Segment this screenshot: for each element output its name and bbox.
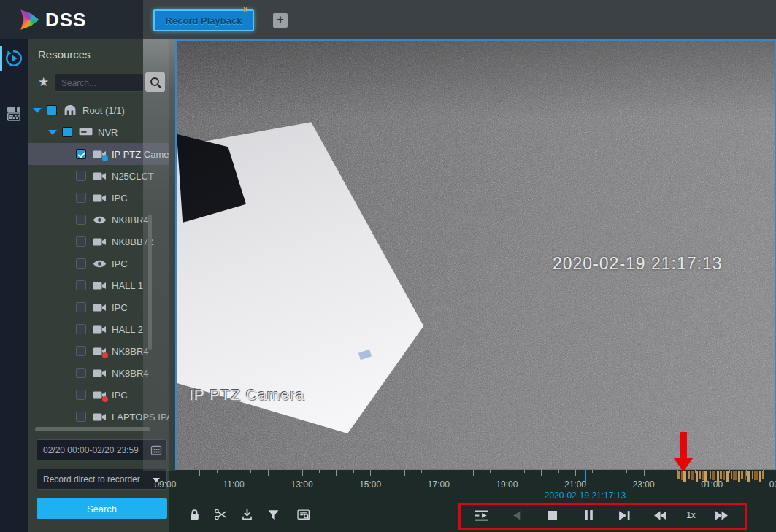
pause-icon[interactable]: [579, 507, 598, 523]
tree-checkbox[interactable]: [76, 149, 86, 159]
tree-label: Root (1/1): [82, 105, 125, 116]
playback-timeline[interactable]: 2020-02-19 21:17:13 09:0011:0013:0015:00…: [175, 470, 776, 498]
tree-checkbox[interactable]: [76, 193, 86, 203]
tree-row[interactable]: IP PTZ Camera: [28, 143, 169, 165]
playhead-time-label: 2020-02-19 21:17:13: [526, 490, 643, 501]
calendar-icon[interactable]: [150, 444, 162, 458]
timeline-tick: [302, 470, 303, 476]
timeline-tick: [592, 470, 593, 473]
caret-down-icon[interactable]: [48, 130, 57, 135]
tree-vertical-scrollbar[interactable]: [148, 215, 152, 350]
nvr-icon: [79, 127, 93, 138]
tree-checkbox[interactable]: [76, 302, 86, 312]
download-icon[interactable]: [239, 507, 254, 522]
tree-label: IPC: [112, 390, 128, 401]
search-icon[interactable]: [145, 72, 165, 92]
camera-icon: [93, 193, 107, 204]
logo-text: DSS: [45, 9, 86, 31]
camera-icon: [93, 302, 107, 313]
nav-rail: [0, 39, 28, 532]
tree-row[interactable]: Root (1/1): [28, 99, 169, 121]
osd-camera-name: IP PTZ Camera: [189, 386, 304, 404]
rewind-icon[interactable]: [650, 507, 669, 523]
lock-icon[interactable]: [187, 507, 201, 522]
sync-playback-icon[interactable]: [472, 507, 491, 523]
tree-checkbox[interactable]: [76, 368, 86, 378]
timeline-tick: [473, 470, 474, 476]
resources-panel: Resources ★ Root (1/1)NVRIP PTZ CameraN2…: [28, 39, 169, 532]
timeline-tick: [558, 470, 559, 473]
playback-controls: 1x: [466, 503, 737, 528]
tree-checkbox[interactable]: [76, 390, 86, 400]
date-range-value: 02/20 00:00-02/20 23:59: [43, 445, 139, 455]
fast-forward-icon[interactable]: [712, 507, 731, 523]
filter-icon[interactable]: [266, 507, 280, 522]
tree-label: LAPTOPS IPA: [112, 412, 169, 423]
recording-segment: [704, 471, 707, 482]
add-tab-button[interactable]: +: [273, 13, 288, 28]
logo-zone: DSS: [0, 0, 143, 39]
timeline-playhead[interactable]: [585, 469, 586, 483]
stop-icon[interactable]: [543, 507, 562, 523]
timeline-tick: [370, 470, 371, 476]
next-frame-icon[interactable]: [615, 507, 634, 523]
favorites-star-icon[interactable]: ★: [38, 76, 49, 88]
nav-video-wall-icon[interactable]: [0, 99, 28, 128]
date-range-field[interactable]: 02/20 00:00-02/20 23:59: [37, 439, 167, 460]
search-input[interactable]: [55, 74, 144, 92]
tree-checkbox[interactable]: [76, 171, 86, 181]
tree-checkbox[interactable]: [62, 127, 72, 137]
tree-row[interactable]: IPC: [28, 187, 169, 209]
tree-checkbox[interactable]: [76, 412, 86, 422]
tree-label: IPC: [112, 193, 128, 204]
dss-logo-icon: [19, 9, 41, 31]
camera-icon: [93, 368, 107, 379]
tree-checkbox[interactable]: [47, 105, 57, 115]
camera-play-icon: [93, 149, 107, 160]
search-button[interactable]: Search: [37, 498, 167, 519]
eye-icon: [93, 215, 107, 225]
camera-off-icon: [93, 390, 107, 401]
recording-segment: [726, 471, 729, 482]
tree-row[interactable]: NK8BR4: [28, 362, 169, 384]
tree-checkbox[interactable]: [76, 346, 86, 356]
tree-row[interactable]: NVR: [28, 121, 169, 143]
eye-icon: [93, 258, 107, 269]
timeline-tick: [729, 470, 730, 473]
tree-row[interactable]: IPC: [28, 384, 169, 406]
tree-label: NVR: [98, 127, 118, 138]
osd-timestamp: 2020-02-19 21:17:13: [553, 254, 723, 274]
cut-clip-icon[interactable]: [213, 507, 228, 522]
tree-checkbox[interactable]: [76, 324, 86, 334]
tree-row[interactable]: N25CLCT: [28, 165, 169, 187]
recording-segment: [745, 471, 746, 480]
video-pane[interactable]: 2020-02-19 21:17:13 IP PTZ Camera: [175, 39, 776, 470]
recording-segment: [688, 471, 690, 479]
org-icon: [64, 105, 77, 116]
caret-down-icon[interactable]: [33, 108, 42, 113]
tree-checkbox[interactable]: [76, 258, 86, 269]
timeline-tick: [439, 470, 439, 476]
timeline-hour-label: 23:00: [622, 479, 666, 490]
recording-segment: [677, 471, 680, 479]
tree-checkbox[interactable]: [76, 280, 86, 290]
tree-row[interactable]: LAPTOPS IPA: [28, 406, 169, 428]
timeline-tick: [268, 470, 269, 476]
tree-checkbox[interactable]: [76, 236, 86, 247]
nav-record-playback-icon[interactable]: [0, 44, 28, 73]
record-tag-search-icon[interactable]: [296, 507, 311, 522]
reverse-play-icon[interactable]: [507, 507, 526, 523]
timeline-tick: [541, 470, 542, 476]
tab-close-icon[interactable]: x: [243, 5, 247, 13]
tree-label: IPC: [112, 302, 128, 313]
recording-segment: [741, 471, 743, 479]
camera-icon: [93, 280, 107, 291]
camera-icon: [93, 171, 107, 182]
tree-horizontal-scrollbar[interactable]: [35, 427, 150, 431]
recording-segment: [733, 471, 737, 480]
tab-record-playback[interactable]: Record Playback: [153, 9, 254, 31]
speed-label[interactable]: 1x: [686, 510, 696, 520]
tree-checkbox[interactable]: [76, 215, 86, 225]
tree-label: NK8BR4: [112, 346, 149, 357]
recording-segment: [699, 471, 701, 479]
